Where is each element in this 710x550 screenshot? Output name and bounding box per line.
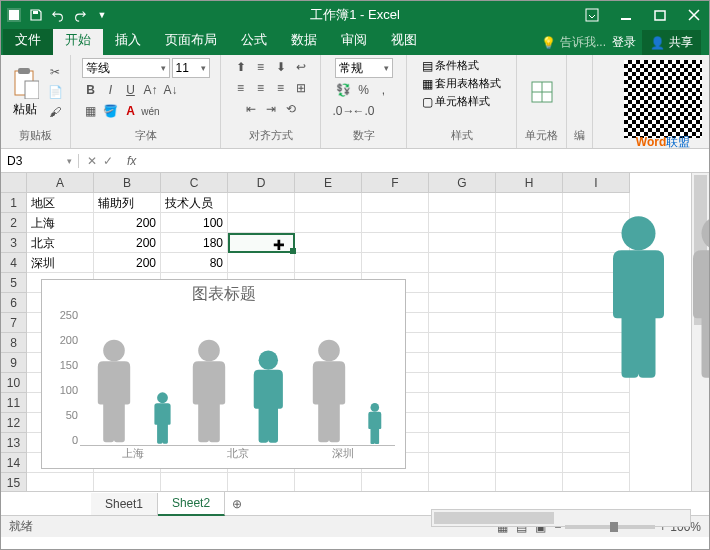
tab-home[interactable]: 开始	[53, 25, 103, 55]
bold-button[interactable]: B	[82, 81, 100, 99]
cell[interactable]	[429, 333, 496, 353]
row-head-1[interactable]: 1	[1, 193, 27, 213]
cell[interactable]	[496, 213, 563, 233]
minimize-button[interactable]	[611, 1, 641, 29]
cell[interactable]	[496, 453, 563, 473]
align-top-icon[interactable]: ⬆	[232, 58, 250, 76]
cell[interactable]	[429, 413, 496, 433]
cut-icon[interactable]: ✂	[46, 63, 64, 81]
row-head-6[interactable]: 6	[1, 293, 27, 313]
cell[interactable]	[429, 253, 496, 273]
cell[interactable]: 200	[94, 213, 161, 233]
col-head-A[interactable]: A	[27, 173, 94, 193]
col-head-E[interactable]: E	[295, 173, 362, 193]
cell[interactable]	[362, 213, 429, 233]
grow-font-icon[interactable]: A↑	[142, 81, 160, 99]
tell-me[interactable]: 💡告诉我...	[541, 34, 606, 51]
align-middle-icon[interactable]: ≡	[252, 58, 270, 76]
cell[interactable]	[228, 213, 295, 233]
shape-person-teal[interactable]	[596, 197, 681, 397]
row-head-15[interactable]: 15	[1, 473, 27, 491]
cell[interactable]	[429, 433, 496, 453]
cell[interactable]	[496, 193, 563, 213]
select-all-corner[interactable]	[1, 173, 27, 193]
enter-formula-icon[interactable]: ✓	[103, 154, 113, 168]
save-icon[interactable]	[29, 8, 43, 22]
row-head-13[interactable]: 13	[1, 433, 27, 453]
format-painter-icon[interactable]: 🖌	[46, 103, 64, 121]
cell[interactable]: 地区	[27, 193, 94, 213]
cell[interactable]	[362, 233, 429, 253]
cell[interactable]	[27, 473, 94, 491]
redo-icon[interactable]	[73, 8, 87, 22]
number-format-combo[interactable]: 常规▾	[335, 58, 393, 78]
col-head-F[interactable]: F	[362, 173, 429, 193]
cell[interactable]	[496, 413, 563, 433]
font-name-combo[interactable]: 等线▾	[82, 58, 170, 78]
cell[interactable]	[496, 233, 563, 253]
cell[interactable]	[563, 453, 630, 473]
cell[interactable]	[295, 213, 362, 233]
decrease-decimal-icon[interactable]: ←.0	[355, 102, 373, 120]
cell[interactable]	[362, 253, 429, 273]
cell[interactable]: 80	[161, 253, 228, 273]
cell[interactable]	[496, 373, 563, 393]
cell[interactable]	[295, 253, 362, 273]
wrap-text-icon[interactable]: ↩	[292, 58, 310, 76]
orientation-icon[interactable]: ⟲	[282, 100, 300, 118]
cell[interactable]	[496, 293, 563, 313]
currency-icon[interactable]: 💱	[335, 81, 353, 99]
undo-icon[interactable]	[51, 8, 65, 22]
fx-icon[interactable]: fx	[121, 154, 142, 168]
cell[interactable]	[429, 393, 496, 413]
cell[interactable]	[429, 313, 496, 333]
row-head-7[interactable]: 7	[1, 313, 27, 333]
table-format-button[interactable]: ▦套用表格格式	[422, 76, 501, 91]
cell[interactable]	[362, 473, 429, 491]
name-box[interactable]: D3▾	[1, 154, 79, 168]
cell[interactable]	[496, 393, 563, 413]
cell[interactable]	[295, 193, 362, 213]
row-head-14[interactable]: 14	[1, 453, 27, 473]
row-head-3[interactable]: 3	[1, 233, 27, 253]
font-color-icon[interactable]: A	[122, 102, 140, 120]
cell[interactable]	[362, 193, 429, 213]
cell[interactable]	[496, 353, 563, 373]
paste-button[interactable]: 粘贴	[7, 65, 43, 120]
tab-view[interactable]: 视图	[379, 25, 429, 55]
percent-icon[interactable]: %	[355, 81, 373, 99]
shrink-font-icon[interactable]: A↓	[162, 81, 180, 99]
comma-icon[interactable]: ,	[375, 81, 393, 99]
fill-color-icon[interactable]: 🪣	[102, 102, 120, 120]
cell[interactable]	[295, 233, 362, 253]
cell[interactable]	[429, 293, 496, 313]
tab-review[interactable]: 审阅	[329, 25, 379, 55]
ribbon-options-icon[interactable]	[577, 1, 607, 29]
login-link[interactable]: 登录	[612, 34, 636, 51]
cell[interactable]	[496, 253, 563, 273]
row-head-4[interactable]: 4	[1, 253, 27, 273]
tab-layout[interactable]: 页面布局	[153, 25, 229, 55]
cell[interactable]	[496, 273, 563, 293]
cell[interactable]	[429, 453, 496, 473]
increase-decimal-icon[interactable]: .0→	[335, 102, 353, 120]
cell[interactable]	[429, 353, 496, 373]
italic-button[interactable]: I	[102, 81, 120, 99]
cell[interactable]: 200	[94, 233, 161, 253]
row-head-5[interactable]: 5	[1, 273, 27, 293]
zoom-slider[interactable]	[565, 525, 655, 529]
qat-dropdown-icon[interactable]: ▼	[95, 8, 109, 22]
cell[interactable]	[429, 233, 496, 253]
row-head-10[interactable]: 10	[1, 373, 27, 393]
col-head-D[interactable]: D	[228, 173, 295, 193]
conditional-format-button[interactable]: ▤条件格式	[422, 58, 479, 73]
share-button[interactable]: 👤共享	[642, 30, 701, 55]
cells-button[interactable]	[526, 76, 558, 108]
border-icon[interactable]: ▦	[82, 102, 100, 120]
cell[interactable]	[295, 473, 362, 491]
embedded-chart[interactable]: 图表标题 250200150100500 上海北京深圳	[41, 279, 406, 469]
tab-file[interactable]: 文件	[3, 25, 53, 55]
cell[interactable]: 100	[161, 213, 228, 233]
row-head-2[interactable]: 2	[1, 213, 27, 233]
phonetic-icon[interactable]: wén	[142, 102, 160, 120]
